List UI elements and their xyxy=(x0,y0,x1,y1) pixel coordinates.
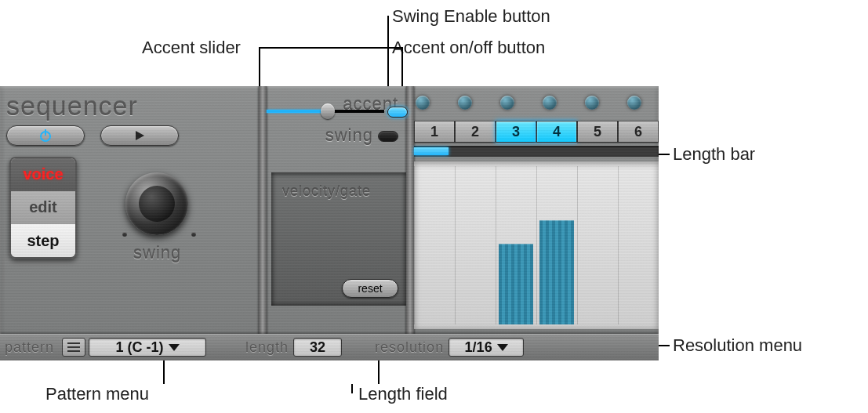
accent-slider[interactable] xyxy=(267,110,384,113)
play-button[interactable] xyxy=(100,125,179,146)
sequencer-panel: sequencer voice edit step swing accent xyxy=(0,86,659,360)
step-box-1[interactable]: 1 xyxy=(414,121,455,143)
accent-slider-thumb[interactable] xyxy=(321,103,335,119)
mode-step[interactable]: step xyxy=(11,223,75,257)
pattern-value: 1 (C -1) xyxy=(116,339,164,356)
step-box-6[interactable]: 6 xyxy=(618,121,659,143)
step-led-4 xyxy=(543,96,557,110)
step-led-6 xyxy=(627,96,641,110)
step-led-5 xyxy=(585,96,599,110)
accent-toggle-button[interactable] xyxy=(387,107,408,118)
swing-knob-label: swing xyxy=(133,243,181,263)
swing-knob[interactable] xyxy=(125,172,188,235)
mode-edit[interactable]: edit xyxy=(11,191,75,224)
length-value: 32 xyxy=(310,339,325,356)
step-led-row xyxy=(416,96,641,110)
callout-pattern-menu: Pattern menu xyxy=(45,384,149,404)
step-box-5[interactable]: 5 xyxy=(577,121,618,143)
reset-button[interactable]: reset xyxy=(342,279,398,298)
callout-accent-toggle: Accent on/off button xyxy=(392,38,545,58)
length-field[interactable]: 32 xyxy=(293,338,342,357)
chevron-down-icon xyxy=(169,344,180,351)
velocity-bar-step-3[interactable] xyxy=(499,244,533,324)
velocity-gate-panel: velocity/gate reset xyxy=(271,172,406,306)
bottom-bar: pattern 1 (C -1) length 32 resolution 1/… xyxy=(0,334,659,360)
velocity-gate-title: velocity/gate xyxy=(282,183,371,200)
swing-enable-button[interactable] xyxy=(378,131,398,142)
power-button[interactable] xyxy=(6,125,85,146)
svg-marker-2 xyxy=(136,131,144,140)
step-number-row: 123456 xyxy=(414,121,659,143)
chevron-down-icon xyxy=(497,344,508,351)
pattern-menu[interactable]: 1 (C -1) xyxy=(89,338,206,357)
panel-title: sequencer xyxy=(6,91,138,121)
callout-swing-enable: Swing Enable button xyxy=(392,6,550,27)
callout-length-bar: Length bar xyxy=(673,144,755,165)
callout-accent-slider: Accent slider xyxy=(142,38,241,58)
step-box-2[interactable]: 2 xyxy=(455,121,496,143)
pattern-grid-button[interactable] xyxy=(62,338,85,357)
step-led-1 xyxy=(416,96,430,110)
pattern-label: pattern xyxy=(0,339,59,356)
resolution-value: 1/16 xyxy=(465,339,492,356)
mode-voice[interactable]: voice xyxy=(11,158,75,191)
step-box-3[interactable]: 3 xyxy=(496,121,536,143)
callout-resolution: Resolution menu xyxy=(673,335,802,356)
callout-length-field: Length field xyxy=(358,384,448,404)
play-icon xyxy=(133,129,146,142)
velocity-display[interactable] xyxy=(414,161,659,329)
swing-row-label: swing xyxy=(325,125,373,145)
step-led-2 xyxy=(458,96,472,110)
resolution-label: resolution xyxy=(370,339,449,356)
step-box-4[interactable]: 4 xyxy=(536,121,577,143)
step-led-3 xyxy=(500,96,514,110)
mode-rocker[interactable]: voice edit step xyxy=(9,157,77,259)
velocity-bar-step-4[interactable] xyxy=(539,220,574,324)
length-bar[interactable] xyxy=(414,146,659,157)
resolution-menu[interactable]: 1/16 xyxy=(449,338,524,357)
length-label: length xyxy=(241,339,293,356)
grid-icon xyxy=(67,342,80,352)
power-icon xyxy=(38,128,53,143)
